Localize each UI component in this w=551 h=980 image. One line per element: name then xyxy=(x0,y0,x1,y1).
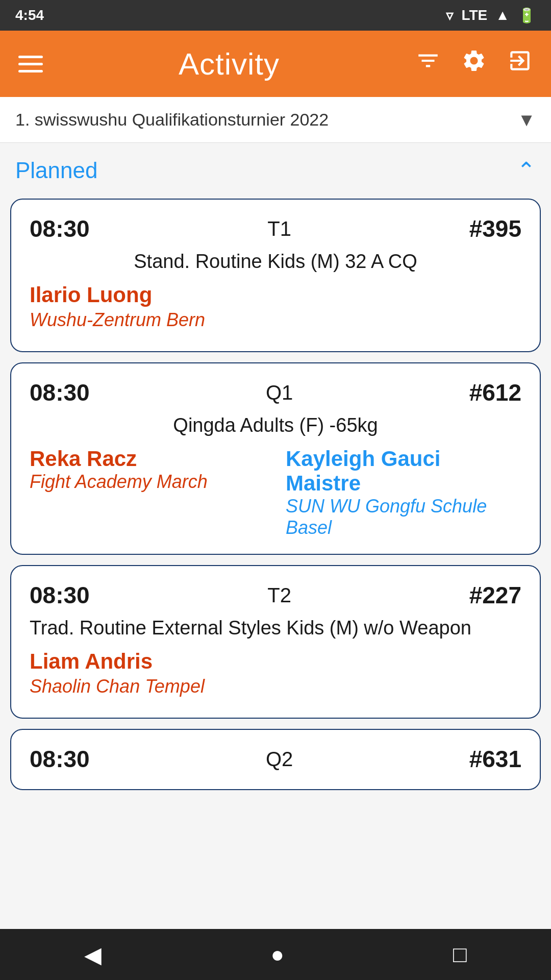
section-title: Planned xyxy=(15,158,97,183)
card-2-right-club: SUN WU Gongfu Schule Basel xyxy=(286,496,487,538)
card-2-left-name: Reka Racz xyxy=(30,447,137,471)
cards-container: 08:30 T1 #395 Stand. Routine Kids (M) 32… xyxy=(0,193,551,795)
card-2-participants-row: Reka Racz Fight Academy March Kayleigh G… xyxy=(30,447,521,538)
card-header-3: 08:30 T2 #227 xyxy=(30,581,521,609)
card-3-court: T2 xyxy=(267,584,291,607)
card-1-participant-name: Ilario Luong xyxy=(30,283,521,307)
card-2-right-name: Kayleigh Gauci Maistre xyxy=(286,447,440,495)
status-bar: 4:54 ▿ LTE ▲ 🔋 xyxy=(0,0,551,31)
signal-icon: ▲ xyxy=(495,7,510,23)
tournament-selector[interactable]: 1. swisswushu Qualifikationsturnier 2022… xyxy=(0,97,551,143)
card-1-category: Stand. Routine Kids (M) 32 A CQ xyxy=(30,251,521,273)
partial-card-time: 08:30 xyxy=(30,745,90,773)
back-icon[interactable]: ◀ xyxy=(84,942,102,968)
dropdown-arrow-icon: ▼ xyxy=(517,109,536,131)
partial-card-number: #631 xyxy=(469,745,521,773)
card-1-participant-club: Wushu-Zentrum Bern xyxy=(30,309,521,331)
card-3-participant-club: Shaolin Chan Tempel xyxy=(30,676,521,697)
activity-card-1[interactable]: 08:30 T1 #395 Stand. Routine Kids (M) 32… xyxy=(10,199,541,352)
status-time: 4:54 xyxy=(15,7,44,23)
page-title: Activity xyxy=(179,46,280,82)
nav-bar: ◀ ● □ xyxy=(0,929,551,980)
tournament-name: 1. swisswushu Qualifikationsturnier 2022 xyxy=(15,110,329,130)
lte-label: LTE xyxy=(461,7,487,23)
card-1-number: #395 xyxy=(469,215,521,242)
card-2-number: #612 xyxy=(469,379,521,406)
app-bar-icons xyxy=(415,48,533,80)
card-2-court: Q1 xyxy=(266,381,293,404)
card-header-partial: 08:30 Q2 #631 xyxy=(30,745,521,773)
card-2-category: Qingda Adults (F) -65kg xyxy=(30,414,521,436)
activity-card-3[interactable]: 08:30 T2 #227 Trad. Routine External Sty… xyxy=(10,565,541,719)
card-1-participants: Ilario Luong Wushu-Zentrum Bern xyxy=(30,283,521,336)
card-3-number: #227 xyxy=(469,581,521,609)
section-header: Planned ⌃ xyxy=(0,143,551,193)
hamburger-icon[interactable] xyxy=(18,56,43,72)
card-1-time: 08:30 xyxy=(30,215,90,242)
card-2-right-participant: Kayleigh Gauci Maistre SUN WU Gongfu Sch… xyxy=(286,447,521,538)
wifi-icon: ▿ xyxy=(446,7,453,24)
card-1-court: T1 xyxy=(267,217,291,240)
partial-card-court: Q2 xyxy=(266,748,293,771)
card-header-2: 08:30 Q1 #612 xyxy=(30,379,521,406)
card-3-participant-name: Liam Andris xyxy=(30,649,521,674)
status-bar-left: 4:54 xyxy=(15,7,44,23)
card-3-category: Trad. Routine External Styles Kids (M) w… xyxy=(30,617,521,639)
card-2-left-club: Fight Academy March xyxy=(30,471,208,492)
recent-icon[interactable]: □ xyxy=(453,942,467,967)
card-3-time: 08:30 xyxy=(30,581,90,609)
activity-card-2[interactable]: 08:30 Q1 #612 Qingda Adults (F) -65kg Re… xyxy=(10,362,541,555)
card-2-left-participant: Reka Racz Fight Academy March xyxy=(30,447,265,493)
battery-icon: 🔋 xyxy=(518,7,536,24)
card-2-time: 08:30 xyxy=(30,379,90,406)
status-bar-right: ▿ LTE ▲ 🔋 xyxy=(446,7,536,24)
filter-icon[interactable] xyxy=(415,48,441,80)
logout-icon[interactable] xyxy=(507,48,533,80)
activity-card-partial[interactable]: 08:30 Q2 #631 xyxy=(10,729,541,790)
card-3-participants: Liam Andris Shaolin Chan Tempel xyxy=(30,649,521,702)
settings-icon[interactable] xyxy=(461,48,487,80)
home-icon[interactable]: ● xyxy=(270,942,284,967)
card-header-1: 08:30 T1 #395 xyxy=(30,215,521,242)
app-bar: Activity xyxy=(0,31,551,97)
chevron-up-icon[interactable]: ⌃ xyxy=(517,157,536,183)
